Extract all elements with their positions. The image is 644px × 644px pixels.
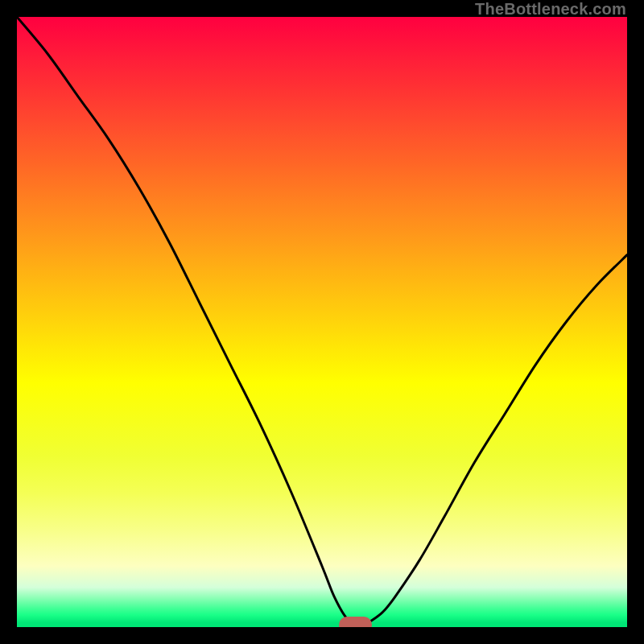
chart-frame: TheBottleneck.com [0, 0, 644, 644]
optimal-marker [339, 617, 372, 627]
watermark-text: TheBottleneck.com [475, 0, 626, 19]
plot-area [17, 17, 627, 627]
bottleneck-curve [17, 17, 627, 627]
